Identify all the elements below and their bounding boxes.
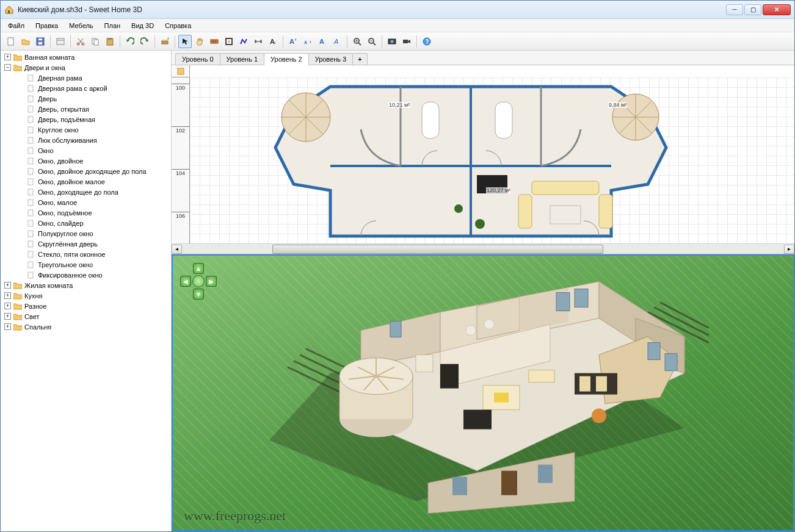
pan-tool-button[interactable]: [193, 35, 206, 48]
menu-plan[interactable]: План: [100, 21, 126, 31]
menu-3dview[interactable]: Вид 3D: [126, 21, 159, 31]
dimension-tool-button[interactable]: [252, 35, 265, 48]
video-button[interactable]: [400, 35, 413, 48]
catalog-category[interactable]: +Спальня: [2, 322, 170, 332]
catalog-tree[interactable]: +Ванная комната−Двери и окнаДверная рама…: [1, 51, 171, 531]
cut-button[interactable]: [74, 35, 87, 48]
main-area: +Ванная комната−Двери и окнаДверная рама…: [1, 51, 794, 531]
expand-toggle[interactable]: +: [4, 323, 11, 330]
catalog-category[interactable]: −Двери и окна: [2, 62, 170, 73]
help-button[interactable]: ?: [420, 35, 434, 48]
nav-down-button[interactable]: ▼: [193, 289, 204, 300]
zoom-in-button[interactable]: [350, 35, 364, 48]
toolbar-separator: [347, 35, 347, 48]
catalog-item[interactable]: Люк обслуживания: [2, 135, 170, 145]
nav-up-button[interactable]: ▲: [193, 263, 204, 274]
folder-icon: [13, 292, 22, 300]
toolbar-separator: [175, 35, 175, 48]
bold-button[interactable]: A: [316, 35, 329, 48]
catalog-item[interactable]: Окно, слайдер: [2, 218, 170, 228]
level-tab[interactable]: Уровень 3: [308, 53, 354, 65]
zoom-out-button[interactable]: [365, 35, 379, 48]
text-bigger-button[interactable]: A: [286, 35, 300, 48]
item-icon: [27, 168, 35, 175]
new-file-button[interactable]: [4, 35, 18, 48]
catalog-category[interactable]: +Разное: [2, 301, 170, 311]
expand-toggle[interactable]: +: [4, 54, 11, 60]
add-furniture-button[interactable]: +: [158, 35, 172, 48]
room-area-label: 9,84 м²: [608, 102, 627, 108]
catalog-item[interactable]: Дверная рама: [2, 73, 170, 83]
catalog-category[interactable]: +Кухня: [2, 290, 170, 301]
preferences-button[interactable]: [54, 35, 67, 48]
room-tool-button[interactable]: [222, 35, 236, 48]
expand-toggle[interactable]: −: [4, 64, 11, 71]
catalog-category[interactable]: +Ванная комната: [2, 52, 170, 62]
expand-toggle[interactable]: +: [4, 303, 11, 309]
catalog-item[interactable]: Окно, двойное: [2, 156, 170, 166]
photo-button[interactable]: [385, 35, 399, 48]
catalog-category[interactable]: +Жилая комната: [2, 280, 170, 290]
close-button[interactable]: ✕: [763, 4, 791, 15]
svg-rect-114: [575, 289, 588, 307]
scroll-right-button[interactable]: ►: [784, 245, 794, 254]
plan-scrollbar-horizontal[interactable]: ◄ ►: [172, 243, 794, 254]
expand-toggle[interactable]: +: [4, 292, 11, 299]
menu-furniture[interactable]: Мебель: [64, 21, 98, 31]
level-tab[interactable]: Уровень 2: [264, 53, 309, 65]
paste-button[interactable]: [103, 35, 117, 48]
save-file-button[interactable]: [34, 35, 47, 48]
copy-button[interactable]: [89, 35, 102, 48]
catalog-item[interactable]: Дверь: [2, 93, 170, 104]
text-tool-button[interactable]: A+: [266, 35, 280, 48]
catalog-item[interactable]: Окно, подъёмное: [2, 207, 170, 218]
svg-rect-48: [28, 127, 33, 133]
svg-rect-47: [28, 117, 33, 123]
item-label: Окно: [38, 147, 54, 154]
svg-rect-4: [38, 38, 42, 40]
catalog-item[interactable]: Фиксированное окно: [2, 270, 170, 280]
scroll-thumb[interactable]: [272, 245, 603, 254]
svg-line-32: [358, 43, 361, 45]
catalog-item[interactable]: Треугольное окно: [2, 259, 170, 270]
catalog-item[interactable]: Круглое окно: [2, 124, 170, 135]
level-tab[interactable]: Уровень 0: [175, 53, 220, 65]
catalog-item[interactable]: Окно, малое: [2, 197, 170, 207]
catalog-item[interactable]: Стекло, пяти оконное: [2, 249, 170, 259]
wall-tool-button[interactable]: [208, 35, 221, 48]
catalog-item[interactable]: Полукруглое окно: [2, 228, 170, 239]
redo-button[interactable]: [138, 35, 151, 48]
undo-button[interactable]: [123, 35, 137, 48]
catalog-item[interactable]: Дверная рама с аркой: [2, 83, 170, 93]
open-file-button[interactable]: [19, 35, 32, 48]
catalog-item[interactable]: Дверь, подъёмная: [2, 114, 170, 124]
menu-edit[interactable]: Правка: [31, 21, 63, 31]
nav-left-button[interactable]: ◀: [180, 276, 191, 287]
catalog-item[interactable]: Окно, двойное малое: [2, 176, 170, 187]
menu-file[interactable]: Файл: [3, 21, 29, 31]
select-tool-button[interactable]: [178, 35, 192, 48]
room-area-label: 120,27 м²: [486, 187, 511, 193]
menu-help[interactable]: Справка: [160, 21, 196, 31]
scroll-left-button[interactable]: ◄: [172, 245, 182, 254]
catalog-item[interactable]: Дверь, открытая: [2, 104, 170, 114]
catalog-item[interactable]: Окно, двойное доходящее до пола: [2, 166, 170, 176]
level-tab[interactable]: Уровень 1: [220, 53, 265, 65]
polyline-tool-button[interactable]: [237, 35, 250, 48]
expand-toggle[interactable]: +: [4, 313, 11, 320]
expand-toggle[interactable]: +: [4, 282, 11, 289]
catalog-item[interactable]: Окно: [2, 145, 170, 156]
maximize-button[interactable]: ▢: [744, 4, 761, 15]
italic-button[interactable]: A: [330, 35, 344, 48]
minimize-button[interactable]: ─: [726, 4, 743, 15]
catalog-item[interactable]: Скруглённая дверь: [2, 239, 170, 249]
nav-right-button[interactable]: ▶: [206, 276, 217, 287]
plan-canvas[interactable]: 10,21 м² 9,84 м² 120,27 м²: [190, 77, 794, 243]
catalog-category[interactable]: +Свет: [2, 311, 170, 322]
view-3d-panel[interactable]: ▲ ▼ ◀ ▶ www.freeprogs.net: [172, 254, 794, 531]
text-smaller-button[interactable]: A: [301, 35, 314, 48]
nav-center-button[interactable]: [192, 275, 205, 287]
scroll-track[interactable]: [182, 245, 784, 254]
catalog-item[interactable]: Окно, доходящее до пола: [2, 187, 170, 197]
add-level-button[interactable]: +: [352, 53, 367, 65]
